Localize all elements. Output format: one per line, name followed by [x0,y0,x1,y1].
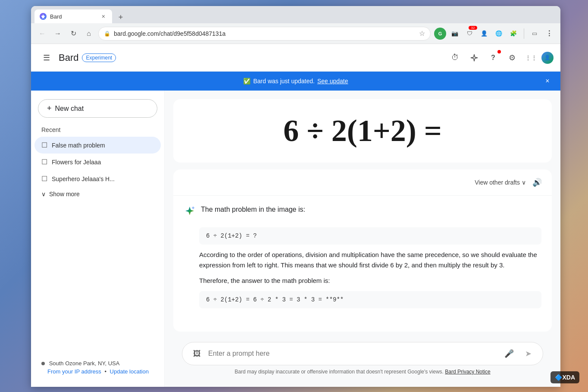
chat-bubble-icon-3: ☐ [41,175,47,183]
tab-close-button[interactable]: × [100,12,107,21]
browser-window: Bard × + ← → ↻ ⌂ 🔒 bard.google.com/chat/… [31,6,560,387]
code-block-1: 6 ÷ 2(1+2) = ? [199,227,541,245]
new-chat-button[interactable]: + New chat [38,99,157,118]
prompt-input[interactable] [208,350,498,358]
help-icon: ? [491,54,495,62]
chat-item-superhero[interactable]: ☐ Superhero Jelaaa's H... [34,170,161,187]
globe-icon[interactable]: 🌐 [493,28,505,40]
xda-watermark: 🔷XDA [550,371,579,383]
chat-item-label-3: Superhero Jelaaa's H... [52,176,115,182]
profile-avatar[interactable]: 👤 [541,52,554,64]
home-icon: ⌂ [87,30,91,38]
settings-button[interactable]: ⚙ [504,49,521,66]
sidebar: + New chat Recent ☐ False math problem ☐… [31,91,165,387]
mic-button[interactable]: 🎤 [501,346,517,361]
speaker-button[interactable]: 🔊 [529,175,545,190]
hamburger-icon: ☰ [43,53,50,63]
response-paragraph-2: Therefore, the answer to the math proble… [199,276,541,286]
experiment-badge: Experiment [82,53,116,62]
update-message: Bard was just updated. [253,78,314,85]
disclaimer-message: Bard may display inaccurate or offensive… [235,369,444,375]
navigation-bar: ← → ↻ ⌂ 🔒 bard.google.com/chat/d9e5f58d0… [31,23,560,44]
home-button[interactable]: ⌂ [83,28,95,40]
address-bar[interactable]: 🔒 bard.google.com/chat/d9e5f58d0487131a … [98,27,431,41]
sparkle-icon [470,53,479,62]
ip-address-link[interactable]: From your IP address [47,368,101,375]
chat-item-label-2: Flowers for Jelaaa [52,159,101,166]
more-menu-icon[interactable]: ⋮ [543,28,555,40]
new-tab-button[interactable]: + [115,11,127,23]
chat-item-flowers[interactable]: ☐ Flowers for Jelaaa [34,154,161,170]
new-chat-label: New chat [55,105,84,113]
response-card: View other drafts ∨ 🔊 [173,169,552,332]
privacy-notice-link[interactable]: Bard Privacy Notice [445,369,490,375]
notification-icon[interactable]: 🛡 [463,28,475,40]
update-check-icon: ✅ [243,78,250,85]
input-area: 🖼 🎤 ➤ Bard may display inaccurate or off… [173,339,552,378]
settings-icon: ⚙ [509,53,516,63]
apps-button[interactable]: ⋮⋮ [522,49,540,66]
bard-response-icon [184,205,196,220]
chevron-down-icon-drafts: ∨ [522,179,526,186]
address-text: bard.google.com/chat/d9e5f58d0487131a [114,30,416,37]
speaker-icon: 🔊 [532,178,542,187]
avatar-initials: 👤 [544,55,550,60]
profile-icon[interactable]: 👤 [478,28,490,40]
xda-logo-text: 🔷XDA [555,374,575,381]
history-icon: ⏱ [451,53,459,62]
back-button[interactable]: ← [36,28,48,40]
input-container: 🖼 🎤 ➤ [182,342,543,365]
main-content: + New chat Recent ☐ False math problem ☐… [31,91,560,387]
hamburger-button[interactable]: ☰ [38,49,55,66]
banner-close-button[interactable]: × [541,75,554,87]
refresh-button[interactable]: ↻ [67,28,79,40]
view-drafts-button[interactable]: View other drafts ∨ [475,179,526,186]
show-more-label: Show more [49,191,80,198]
recent-label: Recent [34,125,161,137]
extension-pieces-icon[interactable]: 🧩 [507,28,519,40]
nav-divider [524,28,524,39]
nav-right-icons: G 📷 🛡 👤 🌐 🧩 ▭ ⋮ [434,28,555,40]
app-header: ☰ Bard Experiment ⏱ ? ⚙ ⋮⋮ 👤 [31,44,560,72]
banner-close-icon: × [545,77,549,85]
bookmark-icon[interactable]: ☆ [419,29,425,38]
extensions-icon[interactable]: G [434,28,446,40]
forward-button[interactable]: → [52,28,64,40]
plus-icon: + [47,104,52,113]
sidebar-footer: South Ozone Park, NY, USA From your IP a… [34,355,161,380]
back-icon: ← [39,30,46,38]
chevron-down-icon: ∨ [41,191,46,198]
grammarly-icon[interactable]: 📷 [449,28,461,40]
update-location-link[interactable]: Update location [110,368,149,375]
image-attach-icon: 🖼 [193,349,201,358]
see-update-link[interactable]: See update [317,78,348,85]
view-drafts-label: View other drafts [475,179,520,186]
sparkle-button[interactable] [466,49,483,66]
send-icon: ➤ [525,349,532,358]
bard-sparkle-icon [184,205,196,217]
response-body: The math problem in the image is: 6 ÷ 2(… [173,196,552,332]
location-info: South Ozone Park, NY, USA [41,360,154,367]
help-button[interactable]: ? [485,49,502,66]
response-intro-text: The math problem in the image is: [201,204,305,215]
math-expression: 6 ÷ 2(1+2) = [283,113,442,149]
link-separator: • [104,368,108,375]
chat-bubble-icon-2: ☐ [41,158,47,166]
tab-favicon [40,13,47,20]
send-button[interactable]: ➤ [520,346,536,361]
code-block-2: 6 ÷ 2(1+2) = 6 ÷ 2 * 3 = 3 * 3 = **9** [199,291,541,308]
chat-item-false-math[interactable]: ☐ False math problem [34,137,161,154]
location-name: South Ozone Park, NY, USA [49,360,120,367]
tab-label: Bard [50,13,97,20]
attach-image-button[interactable]: 🖼 [189,346,205,361]
chat-bubble-icon: ☐ [41,141,47,149]
sidebar-toggle-icon[interactable]: ▭ [529,28,541,40]
svg-marker-0 [41,14,45,19]
active-tab[interactable]: Bard × [34,9,112,23]
security-icon: 🔒 [104,31,110,37]
history-button[interactable]: ⏱ [447,49,464,66]
mic-icon: 🎤 [504,349,514,358]
show-more-button[interactable]: ∨ Show more [34,187,161,201]
response-header: View other drafts ∨ 🔊 [173,169,552,196]
apps-icon: ⋮⋮ [525,54,537,61]
